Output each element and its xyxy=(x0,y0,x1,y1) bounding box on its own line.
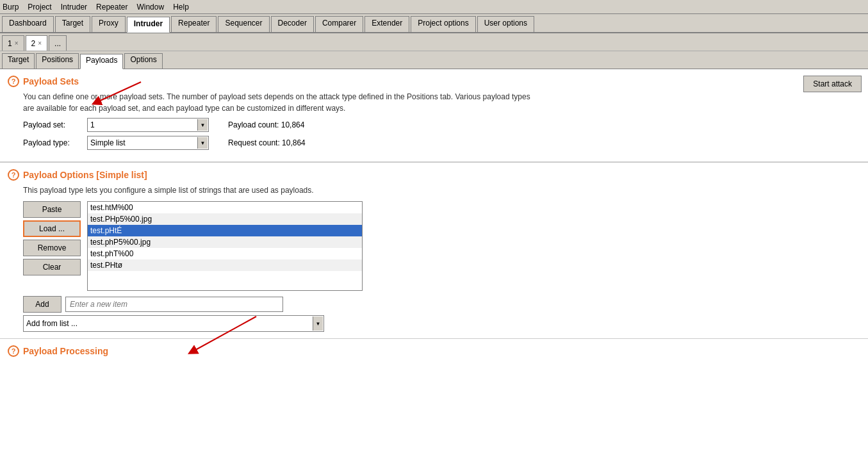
listbox-container: test.htM%00 test.PHp5%00.jpg test.pHtÉ t… xyxy=(87,201,363,291)
payload-options-title: Payload Options [Simple list] xyxy=(23,170,147,180)
num-tab-1-label: 1 xyxy=(8,39,12,48)
paste-button[interactable]: Paste xyxy=(23,201,81,218)
payload-count-info: Payload count: 10,864 xyxy=(228,120,304,129)
number-tab-bar: 1 × 2 × ... xyxy=(0,33,868,51)
tab-positions[interactable]: Positions xyxy=(36,53,79,69)
list-item[interactable]: test.pHtÉ xyxy=(88,225,362,236)
payload-options-desc: This payload type lets you configure a s… xyxy=(23,185,860,196)
payload-sets-title: Payload Sets xyxy=(23,76,79,86)
menu-burp[interactable]: Burp xyxy=(3,3,19,12)
payload-type-select[interactable]: Simple list Runtime file Custom iterator… xyxy=(87,136,209,150)
add-item-row: Add xyxy=(23,296,860,313)
payload-sets-icon: ? xyxy=(8,76,19,87)
payload-processing-header: ? Payload Processing xyxy=(8,345,860,357)
tab-payloads[interactable]: Payloads xyxy=(80,54,123,69)
tab-sequencer[interactable]: Sequencer xyxy=(218,16,269,32)
tab-extender[interactable]: Extender xyxy=(364,16,409,32)
num-tab-more[interactable]: ... xyxy=(49,35,67,51)
tab-intruder[interactable]: Intruder xyxy=(127,17,170,33)
add-button[interactable]: Add xyxy=(23,296,61,313)
sub-tab-bar: Target Positions Payloads Options xyxy=(0,51,868,69)
payload-processing-title: Payload Processing xyxy=(23,346,108,356)
num-tab-2-label: 2 xyxy=(31,39,36,48)
tab-project-options[interactable]: Project options xyxy=(411,16,475,32)
menu-project[interactable]: Project xyxy=(28,3,51,12)
load-button[interactable]: Load ... xyxy=(23,220,81,237)
payload-set-label: Payload set: xyxy=(23,120,87,129)
add-item-input[interactable] xyxy=(65,297,283,312)
payload-list-area: Paste Load ... Remove Clear test.htM%00 … xyxy=(23,201,860,291)
main-content: Start attack ? Payload Sets You can defi… xyxy=(0,69,868,476)
payload-type-row: Payload type: Simple list Runtime file C… xyxy=(23,136,860,150)
menu-intruder[interactable]: Intruder xyxy=(61,3,87,12)
list-item[interactable]: test.phP5%00.jpg xyxy=(88,236,362,248)
menu-bar: Burp Project Intruder Repeater Window He… xyxy=(0,0,868,14)
tab-decoder[interactable]: Decoder xyxy=(271,16,314,32)
clear-button[interactable]: Clear xyxy=(23,259,81,275)
tab-user-options[interactable]: User options xyxy=(477,16,534,32)
payload-type-label: Payload type: xyxy=(23,138,87,147)
payload-action-buttons: Paste Load ... Remove Clear xyxy=(23,201,81,275)
num-tab-more-label: ... xyxy=(54,39,61,48)
add-from-list-select[interactable]: Add from list ... xyxy=(23,315,324,332)
payload-set-select-wrapper: 1 2 ▼ xyxy=(87,118,209,132)
tab-target[interactable]: Target xyxy=(55,16,90,32)
payload-set-select[interactable]: 1 2 xyxy=(87,118,209,132)
request-count-info: Request count: 10,864 xyxy=(228,138,306,147)
start-attack-button[interactable]: Start attack xyxy=(803,76,862,92)
list-item[interactable]: test.PHp5%00.jpg xyxy=(88,213,362,225)
list-item[interactable]: test.htM%00 xyxy=(88,202,362,213)
payload-sets-section: Start attack ? Payload Sets You can defi… xyxy=(0,69,868,162)
payload-options-header: ? Payload Options [Simple list] xyxy=(8,169,860,181)
payload-options-icon: ? xyxy=(8,169,19,181)
num-tab-1-close[interactable]: × xyxy=(15,40,19,47)
payload-options-section: ? Payload Options [Simple list] This pay… xyxy=(0,163,868,338)
menu-window[interactable]: Window xyxy=(136,3,164,12)
num-tab-1[interactable]: 1 × xyxy=(2,35,24,51)
tab-proxy[interactable]: Proxy xyxy=(92,16,126,32)
payload-processing-icon: ? xyxy=(8,345,19,357)
payload-listbox[interactable]: test.htM%00 test.PHp5%00.jpg test.pHtÉ t… xyxy=(87,201,363,291)
payload-processing-section: ? Payload Processing xyxy=(0,339,868,367)
list-item[interactable]: test.phT%00 xyxy=(88,248,362,259)
tab-repeater[interactable]: Repeater xyxy=(171,16,217,32)
tab-dashboard[interactable]: Dashboard xyxy=(2,16,54,32)
add-from-list-row: Add from list ... ▼ xyxy=(23,315,860,332)
remove-button[interactable]: Remove xyxy=(23,240,81,256)
tab-target-sub[interactable]: Target xyxy=(2,53,35,69)
payload-sets-desc: You can define one or more payload sets.… xyxy=(23,91,860,114)
payload-type-select-wrapper: Simple list Runtime file Custom iterator… xyxy=(87,136,209,150)
menu-help[interactable]: Help xyxy=(173,3,189,12)
num-tab-2-close[interactable]: × xyxy=(38,40,42,47)
num-tab-2[interactable]: 2 × xyxy=(26,35,48,51)
tab-options[interactable]: Options xyxy=(124,53,162,69)
add-from-list-select-wrapper: Add from list ... ▼ xyxy=(23,315,324,332)
payload-sets-header: ? Payload Sets xyxy=(8,76,860,87)
payload-set-row: Payload set: 1 2 ▼ Payload count: 10,864 xyxy=(23,118,860,132)
main-tab-bar: Dashboard Target Proxy Intruder Repeater… xyxy=(0,14,868,33)
list-item[interactable]: test.PHtø xyxy=(88,259,362,271)
menu-repeater[interactable]: Repeater xyxy=(96,3,127,12)
tab-comparer[interactable]: Comparer xyxy=(315,16,363,32)
